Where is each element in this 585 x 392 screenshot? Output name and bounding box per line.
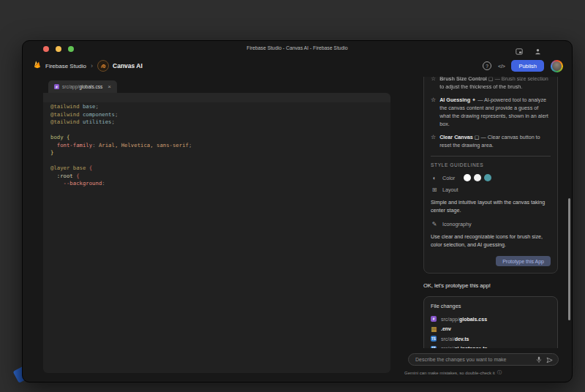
css-file-icon: # <box>431 316 437 322</box>
publish-button[interactable]: Publish <box>511 60 544 72</box>
star-icon: ☆ <box>431 96 436 128</box>
code-content: @tailwind base;@tailwind components;@tai… <box>43 102 390 188</box>
layout-row: ⊞ Layout <box>431 186 551 193</box>
file-list: #src/app/globals.css▦.envTSsrc/ai/dev.ts… <box>431 316 551 348</box>
iconography-icon: ✎ <box>431 221 438 227</box>
prototype-this-app-button[interactable]: Prototype this App <box>496 256 551 266</box>
file-row[interactable]: TSsrc/ai/dev.ts <box>431 336 551 342</box>
file-dir: src/app/ <box>441 317 459 322</box>
editor-tab-globals-css[interactable]: # src/app/globals.css × <box>48 80 117 93</box>
assistant-message: OK, let's prototype this app! <box>423 282 559 289</box>
avatar-image <box>552 61 562 71</box>
feature-glyph-icon: ✦ <box>470 97 478 103</box>
feature-glyph-icon: ▢ <box>487 77 495 82</box>
code-editor[interactable]: @tailwind base;@tailwind components;@tai… <box>43 93 390 373</box>
code-line: @tailwind utilities; <box>50 118 390 127</box>
file-row[interactable]: #src/app/globals.css <box>431 316 551 322</box>
firebase-logo-icon <box>33 59 42 72</box>
info-icon: ⓘ <box>497 369 502 376</box>
color-swatch[interactable] <box>464 174 471 181</box>
app-header: Firebase Studio › Canvas AI ? </> Publis… <box>23 57 572 75</box>
feature-item: ☆Brush Size Control ▢ — Brush size selec… <box>431 77 551 91</box>
file-changes-card: File changes #src/app/globals.css▦.envTS… <box>423 296 558 348</box>
feature-item: ☆AI Guessing ✦ — AI-powered tool to anal… <box>431 96 551 128</box>
microphone-icon[interactable] <box>536 353 542 366</box>
editor-top-strip <box>43 93 390 102</box>
color-swatch[interactable] <box>474 174 481 181</box>
disclaimer-text: Gemini can make mistakes, so double-chec… <box>404 371 495 375</box>
code-line: :root { <box>50 173 390 181</box>
code-line <box>50 127 390 135</box>
brand-name[interactable]: Firebase Studio <box>45 63 86 69</box>
chat-scrollbar[interactable] <box>568 198 570 320</box>
color-swatches <box>464 174 491 181</box>
disclaimer: Gemini can make mistakes, so double-chec… <box>404 369 502 376</box>
feature-list: ☆Brush Size Control ▢ — Brush size selec… <box>431 77 551 149</box>
file-name: globals.css <box>459 317 487 322</box>
palette-icon: ◐ <box>431 175 438 181</box>
iconography-description: Use clear and recognizable icons for bru… <box>431 233 551 249</box>
code-view-icon[interactable]: </> <box>498 63 505 69</box>
ts-file-icon: TS <box>431 346 437 349</box>
code-line: font-family: Arial, Helvetica, sans-seri… <box>50 142 390 150</box>
file-name: .env <box>441 326 451 331</box>
star-icon: ☆ <box>431 77 436 91</box>
env-file-icon: ▦ <box>431 326 437 332</box>
code-line: body { <box>50 134 390 142</box>
divider <box>431 156 551 157</box>
chat-input-bar <box>408 353 559 366</box>
layout-icon: ⊞ <box>431 186 438 193</box>
canvas-ai-app-icon <box>97 60 109 72</box>
feature-text: Clear Canvas ▢ — Clear canvas button to … <box>439 133 551 149</box>
send-icon[interactable] <box>546 353 553 366</box>
color-swatch[interactable] <box>484 174 491 181</box>
chat-input[interactable] <box>414 356 532 363</box>
file-row[interactable]: ▦.env <box>431 326 551 332</box>
close-tab-icon[interactable]: × <box>107 83 111 90</box>
star-icon: ☆ <box>431 133 436 149</box>
tab-path-prefix: src/app/ <box>62 84 79 89</box>
layout-label: Layout <box>442 186 458 193</box>
file-dir: src/ai/ <box>441 346 455 348</box>
file-dir: src/ai/ <box>441 336 455 342</box>
tab-file-name: globals.css <box>79 84 102 89</box>
color-row: ◐ Color <box>431 174 551 181</box>
avatar[interactable] <box>551 60 563 72</box>
window-title: Firebase Studio - Canvas AI - Firebase S… <box>23 45 572 50</box>
style-guidelines-title: STYLE GUIDELINES <box>431 162 551 167</box>
file-name: ai-instance.ts <box>455 346 488 348</box>
titlebar: Firebase Studio - Canvas AI - Firebase S… <box>23 41 572 57</box>
file-name: dev.ts <box>455 336 469 342</box>
feature-text: AI Guessing ✦ — AI-powered tool to analy… <box>439 96 551 128</box>
code-line: --background: <box>50 180 390 188</box>
chevron-right-icon: › <box>91 62 93 69</box>
css-file-icon: # <box>54 84 59 89</box>
blueprint-card: ☆Brush Size Control ▢ — Brush size selec… <box>423 77 558 274</box>
iconography-row: ✎ Iconography <box>431 221 551 227</box>
color-label: Color <box>442 175 455 181</box>
code-line <box>50 157 390 165</box>
ts-file-icon: TS <box>431 336 437 342</box>
code-line: @layer base { <box>50 165 390 173</box>
code-line: } <box>50 149 390 157</box>
file-changes-title: File changes <box>431 303 551 309</box>
feature-glyph-icon: ▢ <box>473 134 481 140</box>
help-icon[interactable]: ? <box>483 61 491 70</box>
chat-panel[interactable]: ☆Brush Size Control ▢ — Brush size selec… <box>404 77 559 348</box>
layout-description: Simple and intuitive layout with the can… <box>431 198 551 214</box>
workspace-title: Canvas AI <box>113 62 143 69</box>
feature-text: Brush Size Control ▢ — Brush size select… <box>439 77 551 91</box>
file-row[interactable]: TSsrc/ai/ai-instance.ts <box>431 346 551 349</box>
code-line: @tailwind base; <box>50 103 390 111</box>
iconography-label: Iconography <box>442 221 472 227</box>
pip-icon[interactable] <box>516 45 523 58</box>
profile-icon[interactable] <box>535 45 541 58</box>
feature-item: ☆Clear Canvas ▢ — Clear canvas button to… <box>431 133 551 149</box>
app-window: Firebase Studio - Canvas AI - Firebase S… <box>22 40 573 382</box>
code-line: @tailwind components; <box>50 111 390 119</box>
